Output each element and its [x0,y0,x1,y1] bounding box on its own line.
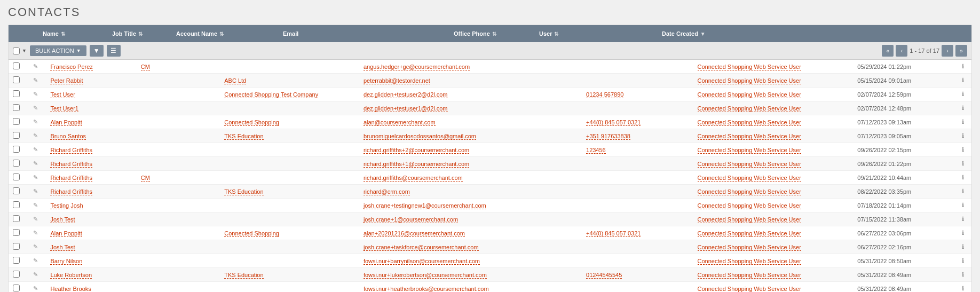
edit-icon-14[interactable]: ✎ [33,257,38,264]
email-link-5[interactable]: brunomiguelcardosodossantos@gmail.com [363,133,476,140]
user-link-1[interactable]: Connected Shopping Web Service User [698,77,801,84]
jobtitle-link-8[interactable]: CM [141,175,150,181]
contact-name-link-7[interactable]: Richard Griffiths [50,161,92,168]
user-link-3[interactable]: Connected Shopping Web Service User [698,105,801,112]
user-link-10[interactable]: Connected Shopping Web Service User [698,202,801,209]
contact-name-link-8[interactable]: Richard Griffiths [50,175,92,181]
info-icon-8[interactable]: ℹ [962,174,964,180]
contact-name-link-4[interactable]: Alan Poppitt [50,119,82,126]
edit-icon-9[interactable]: ✎ [33,188,38,194]
row-checkbox-0[interactable] [13,62,20,69]
contact-name-link-13[interactable]: Josh Test [50,244,75,251]
edit-icon-13[interactable]: ✎ [33,243,38,250]
contact-name-link-11[interactable]: Josh Test [50,216,75,223]
edit-icon-2[interactable]: ✎ [33,91,38,97]
phone-link-15[interactable]: 01244545545 [586,272,622,279]
edit-icon-8[interactable]: ✎ [33,174,38,180]
user-link-15[interactable]: Connected Shopping Web Service User [698,272,801,279]
row-checkbox-16[interactable] [13,285,20,291]
contact-name-link-12[interactable]: Alan Poppitt [50,230,82,237]
row-checkbox-2[interactable] [13,90,20,97]
first-page-button[interactable]: « [882,45,894,57]
user-link-8[interactable]: Connected Shopping Web Service User [698,175,801,181]
info-icon-7[interactable]: ℹ [962,160,964,167]
edit-icon-5[interactable]: ✎ [33,132,38,139]
user-link-9[interactable]: Connected Shopping Web Service User [698,188,801,195]
info-icon-16[interactable]: ℹ [962,285,964,291]
user-link-14[interactable]: Connected Shopping Web Service User [698,258,801,265]
info-icon-0[interactable]: ℹ [962,63,964,69]
phone-link-6[interactable]: 123456 [586,147,606,154]
email-link-6[interactable]: richard.griffiths+2@coursemerchant.com [363,147,469,154]
phone-link-2[interactable]: 01234 567890 [586,91,623,98]
next-page-button[interactable]: › [942,45,953,57]
email-link-7[interactable]: richard.griffiths+1@coursemerchant.com [363,161,469,168]
checkbox-dropdown-icon[interactable]: ▼ [22,48,27,53]
edit-icon-12[interactable]: ✎ [33,230,38,236]
row-checkbox-5[interactable] [13,132,20,139]
filter-button[interactable]: ▼ [90,45,104,57]
email-link-0[interactable]: angus.hedger+gc@coursemerchant.com [363,64,470,70]
user-link-0[interactable]: Connected Shopping Web Service User [698,64,801,70]
jobtitle-link-0[interactable]: CM [141,64,150,70]
edit-icon-0[interactable]: ✎ [33,63,38,69]
col-header-name[interactable]: Name ⇅ [38,25,108,42]
edit-icon-1[interactable]: ✎ [33,77,38,83]
phone-link-4[interactable]: +44(0) 845 057 0321 [586,119,641,126]
contact-name-link-5[interactable]: Bruno Santos [50,133,86,140]
info-icon-3[interactable]: ℹ [962,105,964,111]
user-link-16[interactable]: Connected Shopping Web Service User [698,286,801,293]
edit-icon-4[interactable]: ✎ [33,119,38,125]
email-link-8[interactable]: richard.griffiths@coursemerchant.com [363,175,463,181]
email-link-2[interactable]: dez.glidden+testuser2@d2l.com [363,91,448,98]
email-link-11[interactable]: josh.crane+1@coursemerchant.com [363,216,458,223]
info-icon-12[interactable]: ℹ [962,230,964,236]
account-link-1[interactable]: ABC Ltd [224,77,246,84]
bulk-action-button[interactable]: BULK ACTION ▼ [30,45,86,56]
email-link-3[interactable]: dez.glidden+testuser1@d2l.com [363,105,448,112]
email-link-13[interactable]: josh.crane+taskforce@coursemerchant.com [363,244,479,251]
col-header-user[interactable]: User ⇅ [535,25,658,42]
user-link-12[interactable]: Connected Shopping Web Service User [698,230,801,237]
last-page-button[interactable]: » [955,45,967,57]
col-header-phone[interactable]: Office Phone ⇅ [449,25,535,42]
contact-name-link-15[interactable]: Luke Robertson [50,272,92,279]
user-link-5[interactable]: Connected Shopping Web Service User [698,133,801,140]
info-icon-5[interactable]: ℹ [962,132,964,139]
user-link-13[interactable]: Connected Shopping Web Service User [698,244,801,251]
contact-name-link-6[interactable]: Richard Griffiths [50,147,92,154]
account-link-12[interactable]: Connected Shopping [224,230,279,237]
account-link-2[interactable]: Connected Shopping Test Company [224,91,318,98]
row-checkbox-4[interactable] [13,118,20,125]
contact-name-link-9[interactable]: Richard Griffiths [50,188,92,195]
contact-name-link-3[interactable]: Test User1 [50,105,78,112]
info-icon-15[interactable]: ℹ [962,271,964,278]
col-header-date[interactable]: Date Created ▼ [658,25,971,42]
info-icon-13[interactable]: ℹ [962,243,964,250]
user-link-4[interactable]: Connected Shopping Web Service User [698,119,801,126]
info-icon-2[interactable]: ℹ [962,91,964,97]
edit-icon-6[interactable]: ✎ [33,146,38,153]
email-link-15[interactable]: fowsi.nur+lukerobertson@coursemerchant.c… [363,272,487,279]
contact-name-link-2[interactable]: Test User [50,91,75,98]
row-checkbox-9[interactable] [13,187,20,194]
row-checkbox-10[interactable] [13,201,20,208]
row-checkbox-1[interactable] [13,76,20,83]
row-checkbox-13[interactable] [13,243,20,250]
select-all-checkbox[interactable] [13,48,20,54]
email-link-14[interactable]: fowsi.nur+barrynilson@coursemerchant.com [363,258,480,265]
row-checkbox-8[interactable] [13,173,20,180]
edit-icon-16[interactable]: ✎ [33,285,38,291]
info-icon-11[interactable]: ℹ [962,216,964,222]
account-link-15[interactable]: TKS Education [224,272,263,279]
contact-name-link-14[interactable]: Barry Nilson [50,258,82,265]
info-icon-6[interactable]: ℹ [962,146,964,153]
user-link-2[interactable]: Connected Shopping Web Service User [698,91,801,98]
row-checkbox-7[interactable] [13,160,20,167]
edit-icon-15[interactable]: ✎ [33,271,38,278]
contact-name-link-16[interactable]: Heather Brooks [50,286,91,293]
info-icon-10[interactable]: ℹ [962,202,964,208]
columns-button[interactable]: ☰ [107,45,121,57]
edit-icon-3[interactable]: ✎ [33,105,38,111]
contact-name-link-1[interactable]: Peter Rabbit [50,77,83,84]
